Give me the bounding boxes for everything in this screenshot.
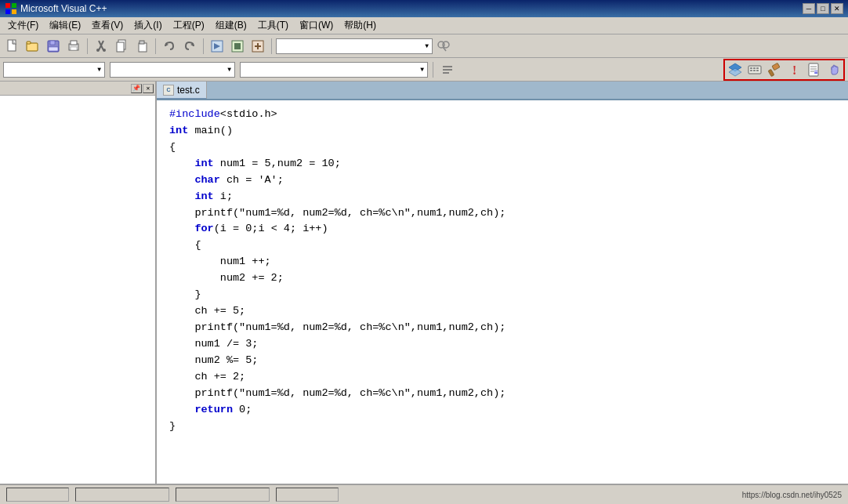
maximize-button[interactable]: □ (817, 3, 829, 14)
tab-filename: test.c (177, 85, 200, 96)
code-line-10: num1 ++; (169, 254, 835, 270)
code-line-1: #include<stdio.h> (169, 107, 835, 123)
code-line-3: { (169, 140, 835, 156)
svg-rect-43 (750, 70, 752, 71)
kw-char: char (194, 174, 219, 186)
tab-bar-empty (207, 82, 848, 99)
menu-file[interactable]: 文件(F) (3, 17, 43, 34)
code-line-13: ch += 5; (169, 303, 835, 320)
context-combo-2-arrow[interactable]: ▼ (227, 66, 231, 73)
svg-rect-2 (5, 9, 10, 14)
code-line-12: } (169, 287, 835, 303)
code-line-16: num2 %= 5; (169, 353, 835, 369)
menu-view[interactable]: 查看(V) (87, 17, 128, 34)
menu-bar: 文件(F) 编辑(E) 查看(V) 插入(I) 工程(P) 组建(B) 工具(T… (0, 17, 848, 34)
svg-rect-46 (772, 63, 780, 70)
svg-rect-20 (140, 41, 144, 44)
svg-point-31 (443, 42, 449, 48)
menu-insert[interactable]: 插入(I) (129, 17, 166, 34)
left-panel-pin[interactable]: 📌 (131, 84, 142, 93)
menu-help[interactable]: 帮助(H) (339, 17, 381, 34)
context-combo-1-arrow[interactable]: ▼ (97, 66, 101, 73)
code-line-17: ch += 2; (169, 369, 835, 386)
menu-edit[interactable]: 编辑(E) (45, 17, 85, 34)
debug-btn-exclamation[interactable]: ! (785, 61, 803, 78)
debug-toolbar-group: ! ≡ (723, 59, 845, 81)
code-line-9: { (169, 237, 835, 254)
cut-button[interactable] (92, 38, 111, 55)
code-line-15: num1 /= 3; (169, 336, 835, 353)
context-combo-3[interactable]: ▼ (240, 62, 428, 78)
search-button[interactable] (434, 38, 453, 55)
paste-button[interactable] (132, 38, 151, 55)
svg-rect-44 (753, 70, 756, 71)
search-combo[interactable]: ▼ (276, 38, 433, 54)
kw-int-main: int (169, 125, 188, 136)
build-btn2[interactable] (228, 38, 247, 55)
context-combo-2[interactable]: ▼ (110, 62, 235, 78)
menu-tools[interactable]: 工具(T) (253, 17, 293, 34)
toolbar-row-2: ▼ ▼ ▼ (0, 58, 848, 82)
status-ln (176, 488, 270, 502)
status-bar: https://blog.csdn.net/ihy0525 (0, 484, 848, 504)
build-btn3[interactable] (248, 38, 267, 55)
close-button[interactable]: ✕ (831, 3, 843, 14)
svg-rect-3 (12, 9, 16, 14)
kw-int2: int (194, 190, 213, 202)
debug-btn-hammer[interactable] (765, 61, 784, 78)
svg-rect-4 (8, 40, 16, 51)
svg-rect-9 (49, 47, 58, 51)
separator-5 (433, 62, 433, 78)
menu-window[interactable]: 窗口(W) (295, 17, 338, 34)
left-panel: 📌 ✕ (0, 82, 157, 484)
menu-build[interactable]: 组建(B) (211, 17, 252, 34)
kw-int1: int (194, 158, 213, 169)
code-line-5: char ch = 'A'; (169, 172, 835, 189)
svg-rect-41 (753, 67, 756, 69)
window-controls: ─ □ ✕ (803, 3, 843, 14)
code-line-7: printf("num1=%d, num2=%d, ch=%c\n",num1,… (169, 205, 835, 222)
debug-btn-keyboard[interactable] (745, 61, 764, 78)
separator-1 (87, 38, 88, 54)
save-button[interactable] (44, 38, 63, 55)
context-combo-1[interactable]: ▼ (3, 62, 105, 78)
svg-marker-38 (729, 68, 741, 76)
svg-rect-47 (768, 69, 774, 76)
svg-rect-11 (71, 41, 77, 45)
build-btn1[interactable] (208, 38, 226, 55)
svg-text:≡: ≡ (814, 69, 818, 76)
code-tab-testc[interactable]: C test.c (157, 82, 207, 99)
watermark: https://blog.csdn.net/ihy0525 (345, 491, 842, 499)
svg-rect-45 (756, 70, 759, 71)
svg-rect-40 (750, 67, 752, 69)
context-combo-3-arrow[interactable]: ▼ (420, 66, 424, 73)
svg-rect-42 (756, 67, 759, 69)
open-button[interactable] (24, 38, 42, 55)
redo-button[interactable] (180, 38, 199, 55)
app-icon (5, 2, 17, 15)
debug-btn-document[interactable]: ≡ (804, 61, 823, 78)
code-content[interactable]: #include<stdio.h> int main() { int num1 … (157, 100, 848, 484)
code-area: C test.c #include<stdio.h> int main() { … (157, 82, 848, 484)
combo-ctrl[interactable] (438, 61, 457, 78)
left-panel-titlebar: 📌 ✕ (0, 82, 155, 96)
print-button[interactable] (64, 38, 83, 55)
kw-include: #include (169, 108, 220, 120)
menu-project[interactable]: 工程(P) (169, 17, 209, 34)
debug-btn-hand[interactable] (824, 61, 843, 78)
left-panel-content (0, 96, 155, 484)
undo-button[interactable] (160, 38, 179, 55)
kw-return: return (194, 404, 233, 415)
status-ready (6, 488, 69, 502)
new-button[interactable] (3, 38, 22, 55)
left-panel-close[interactable]: ✕ (143, 84, 154, 93)
file-icon: C (163, 85, 174, 96)
search-combo-arrow[interactable]: ▼ (425, 42, 429, 49)
code-line-8: for(i = 0;i < 4; i++) (169, 221, 835, 237)
copy-button[interactable] (112, 38, 131, 55)
svg-rect-18 (117, 42, 124, 52)
svg-rect-12 (71, 47, 77, 50)
debug-btn-layers[interactable] (726, 61, 745, 78)
code-line-6: int i; (169, 189, 835, 205)
minimize-button[interactable]: ─ (803, 3, 815, 14)
